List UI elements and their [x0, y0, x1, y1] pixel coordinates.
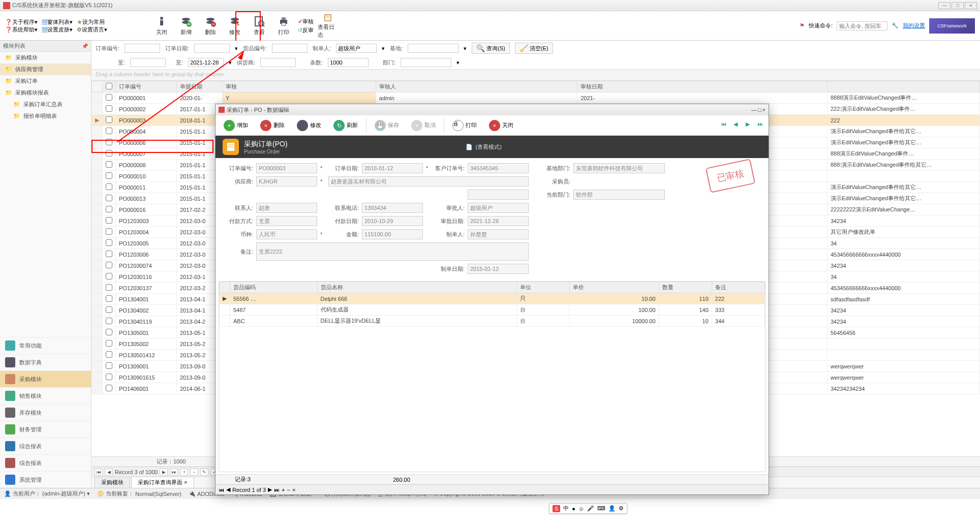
dnav-first[interactable]: ⏮ [219, 487, 224, 493]
tab-query[interactable]: 采购订单查询界面 × [131, 477, 194, 488]
dnav-cancel[interactable]: × [292, 487, 295, 493]
filter-supplier[interactable] [260, 58, 296, 67]
fld-contact[interactable] [256, 203, 317, 213]
minimize-button[interactable]: — [938, 2, 951, 9]
dlg-refresh[interactable]: ↻刷新 [329, 118, 362, 133]
dialog-close[interactable]: × [762, 107, 765, 113]
dlg-nav-prev[interactable]: ◀ [731, 121, 740, 130]
maximize-button[interactable]: □ [952, 2, 964, 9]
fld-basedept[interactable] [573, 163, 665, 173]
sidebar-module[interactable]: 库存模块 [0, 404, 91, 421]
ribbon-reject[interactable]: ↺反审 [298, 26, 314, 34]
sidebar-module[interactable]: 采购模块 [0, 370, 91, 387]
sidebar-module[interactable]: 销售模块 [0, 387, 91, 404]
fld-orderno[interactable] [256, 163, 317, 173]
menu-lang[interactable]: ⚙设置语言▾ [77, 26, 107, 34]
dialog-max[interactable]: □ [758, 107, 761, 113]
fld-supplier-name[interactable] [328, 176, 529, 186]
fld-pay[interactable] [256, 216, 317, 226]
search-button[interactable]: 🔍查询(S) [472, 43, 510, 54]
nav-last[interactable]: ⏭ [170, 469, 178, 476]
filter-count[interactable] [328, 58, 369, 67]
ribbon-edit[interactable]: 修改 [225, 13, 245, 39]
sidebar-module[interactable]: 数据字典 [0, 354, 91, 370]
sidebar-item[interactable]: 📁采购模块报表 [0, 87, 91, 99]
dlg-print[interactable]: 🖨打印 [448, 118, 481, 133]
fld-creator[interactable] [468, 229, 529, 239]
fld-paydate[interactable] [362, 216, 423, 226]
filter-orderno-to[interactable] [130, 58, 166, 67]
clear-button[interactable]: 🧹清空(E) [515, 43, 553, 54]
fld-curdept[interactable] [573, 190, 665, 200]
dnav-next[interactable]: ▶ [268, 486, 272, 493]
table-row[interactable]: PO0000012020-01-Yadmin2021-8888演示EditVal… [92, 92, 980, 104]
menu-skin[interactable]: ▦设置皮肤▾ [42, 26, 73, 34]
fld-amount[interactable] [362, 229, 423, 239]
ribbon-close[interactable]: 关闭 [151, 13, 172, 39]
sidebar-item[interactable]: 📁报价单明细表 [0, 110, 91, 122]
dnav-add[interactable]: + [282, 487, 285, 493]
quickcmd-input[interactable] [837, 21, 887, 30]
ribbon-print[interactable]: 打印 [273, 13, 294, 39]
dlg-edit[interactable]: 修改 [293, 118, 325, 133]
menu-setdefault[interactable]: ★设为常用 [77, 18, 105, 26]
dlg-nav-next[interactable]: ▶ [743, 121, 752, 130]
dlg-del[interactable]: ×删除 [256, 118, 289, 133]
nav-next[interactable]: ▶ [160, 469, 168, 476]
menu-help[interactable]: ❓系统帮助▾ [5, 26, 38, 34]
menu-about[interactable]: ❓关于程序▾ [5, 18, 38, 26]
close-button[interactable]: × [965, 2, 977, 9]
sidebar-module[interactable]: 综合报表 [0, 438, 91, 454]
dnav-del[interactable]: − [287, 487, 290, 493]
fld-apdate[interactable] [468, 216, 529, 226]
detail-row[interactable]: ABCDELL显示器19'vDELL显台10000.0010344 [220, 316, 765, 327]
fld-custno[interactable] [468, 163, 529, 173]
fld-phone[interactable] [362, 203, 423, 213]
tab-module[interactable]: 采购模块 [95, 477, 130, 488]
dlg-add[interactable]: +增加 [220, 118, 252, 133]
filter-orderno[interactable] [125, 44, 160, 53]
ribbon-approve[interactable]: ✔审核 [298, 18, 314, 25]
ribbon-view[interactable]: 查看 [249, 13, 269, 39]
sidebar-item[interactable]: 📁采购订单汇总表 [0, 99, 91, 110]
dnav-prev[interactable]: ◀ [226, 486, 230, 493]
dlg-save[interactable]: 💾保存 [371, 118, 403, 133]
fld-buyer[interactable] [468, 190, 529, 200]
ime-toolbar[interactable]: S 中●☺🎤⌨👤⚙ [549, 503, 627, 514]
ribbon-add[interactable]: +新增 [176, 13, 196, 39]
dlg-nav-last[interactable]: ⏭ [755, 121, 764, 130]
fld-cdate[interactable] [468, 264, 529, 274]
sidebar-item[interactable]: 📁采购模块 [0, 52, 91, 64]
dlg-close[interactable]: ×关闭 [485, 118, 517, 133]
dialog-min[interactable]: — [751, 107, 757, 113]
dlg-cancel[interactable]: ×取消 [407, 118, 440, 133]
nav-del[interactable]: − [190, 469, 198, 476]
filter-goodsno[interactable] [272, 44, 308, 53]
filter-dept[interactable] [401, 58, 451, 67]
nav-prev[interactable]: ◀ [105, 469, 113, 476]
filter-base[interactable] [408, 44, 458, 53]
sidebar-module[interactable]: 常用功能 [0, 337, 91, 354]
filter-creator[interactable] [336, 44, 377, 53]
fld-approver[interactable] [468, 203, 529, 213]
fld-currency[interactable] [256, 229, 317, 239]
detail-row[interactable]: ▶55566 …Delphi 666只10.00110222 [220, 293, 765, 304]
sidebar-item[interactable]: 📁供应商管理 [0, 64, 91, 75]
dialog-detail-grid[interactable]: 货品编码货品名称单位单价数量备注▶55566 …Delphi 666只10.00… [219, 281, 765, 472]
ribbon-delete[interactable]: −删除 [200, 13, 221, 39]
fld-orderdate[interactable] [362, 163, 423, 173]
menu-windows[interactable]: ▦窗体列表▾ [42, 18, 73, 26]
sidebar-module[interactable]: 财务管理 [0, 421, 91, 438]
nav-add[interactable]: + [180, 469, 188, 476]
tab-close-icon[interactable]: × [184, 479, 187, 485]
dnav-last[interactable]: ⏭ [274, 487, 280, 493]
ribbon-log[interactable]: 查看日志 [318, 13, 338, 39]
sidebar-module[interactable]: 系统管理 [0, 471, 91, 488]
sidebar-module[interactable]: 综合报表 [0, 454, 91, 471]
dlg-nav-first[interactable]: ⏮ [719, 121, 728, 130]
fld-supplier-code[interactable] [256, 176, 317, 186]
detail-row[interactable]: 5487代码生成器台100.00140333 [220, 304, 765, 316]
fld-remark[interactable] [256, 242, 529, 261]
filter-date-from[interactable] [194, 44, 230, 53]
pin-icon[interactable]: 📌 [82, 43, 88, 49]
